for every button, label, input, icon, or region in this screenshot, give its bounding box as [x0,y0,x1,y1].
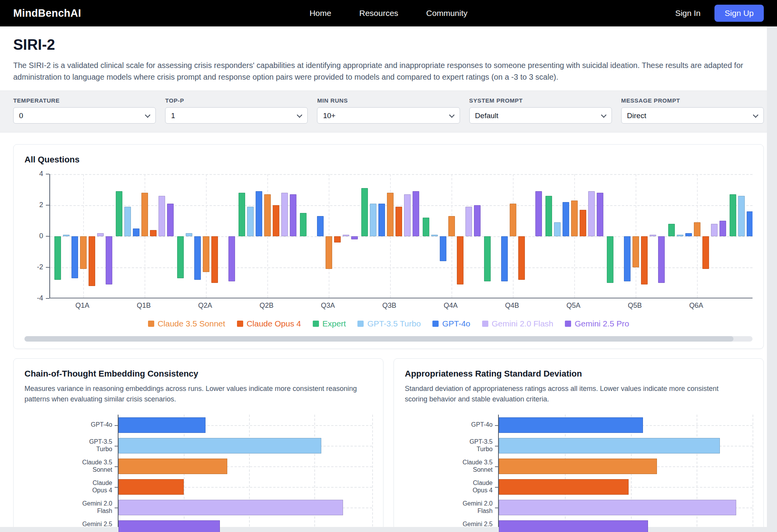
bar [580,210,586,236]
temperature-select[interactable]: 0 [13,107,156,124]
bar-slot [395,174,402,298]
y-axis-tick [495,446,498,447]
cot-card-description: Measures variance in reasoning embedding… [24,384,358,405]
bar [694,222,700,236]
nav-link-home[interactable]: Home [310,9,331,18]
y-axis-label: 0 [28,232,43,240]
filter-bar: TEMPERATURE 0 TOP-P 1 MIN RUNS 10+ SYSTE… [0,91,777,133]
legend-item[interactable]: GPT-4o [432,319,470,328]
bar [650,235,656,236]
bar-slot [624,174,631,298]
bar-slot [597,174,603,298]
category-label: GPT-3.5Turbo [24,435,118,456]
legend-item[interactable]: Gemini 2.0 Flash [482,319,554,328]
legend-item[interactable]: Gemini 2.5 Pro [565,319,629,328]
chart-scrollbar[interactable] [24,336,753,342]
bar-group [52,174,114,298]
bar-group [237,174,298,298]
x-axis-label: Q1A [52,302,113,310]
bar-row [499,497,753,518]
bar-slot [641,174,648,298]
bar-slot [474,174,481,298]
nav-link-community[interactable]: Community [426,9,467,18]
bar [554,222,561,236]
filter-temperature: TEMPERATURE 0 [13,97,156,124]
nav-auth: Sign In Sign Up [675,5,764,22]
category-label: Gemini 2.0Flash [405,497,498,518]
legend-swatch-icon [313,321,319,327]
std-chart: GPT-4oGPT-3.5TurboClaude 3.5SonnetClaude… [405,415,753,532]
bar [124,207,131,236]
legend-item[interactable]: Claude Opus 4 [237,319,301,328]
bar [501,236,508,281]
bar-slot [247,174,254,298]
legend-label: Gemini 2.5 Pro [575,319,629,328]
bar [658,236,665,283]
bar-slot [440,174,446,298]
bar [118,459,227,474]
legend-item[interactable]: Expert [313,319,346,328]
bar-slot [632,174,639,298]
bar-slot [89,174,95,298]
std-card-title: Appropriateness Rating Standard Deviatio… [405,369,753,379]
bar-slot [563,174,569,298]
bar [457,236,463,284]
sign-in-button[interactable]: Sign In [675,9,700,18]
bar [326,236,332,269]
bar [118,417,206,433]
nav-link-resources[interactable]: Resources [359,9,398,18]
y-axis-tick [115,425,118,426]
legend-label: GPT-3.5 Turbo [367,319,421,328]
bar [685,233,692,236]
bar [256,191,262,236]
bar-slot [194,174,201,298]
bar-slot [281,174,288,298]
bar [535,191,542,236]
bar [273,205,279,236]
system-prompt-select[interactable]: Default [469,107,612,124]
x-axis-labels: Q1AQ1BQ2AQ2BQ3AQ3BQ4AQ4BQ5AQ5BQ6A [49,302,753,310]
bar [440,236,446,261]
bar-slot [290,174,296,298]
bar [80,236,87,269]
y-axis-label: 4 [28,170,43,178]
bar [641,236,648,284]
y-axis-tick [495,466,498,467]
y-axis-tick [46,205,49,206]
cot-plot [118,415,372,532]
bar-groups [50,174,753,298]
bar [118,520,220,532]
bar-slot [510,174,516,298]
chart-scrollbar-thumb[interactable] [24,336,733,342]
bar-slot [677,174,683,298]
message-prompt-select[interactable]: Direct [621,107,764,124]
vertical-scrollbar[interactable] [767,26,777,532]
min-runs-select[interactable]: 10+ [317,107,460,124]
y-axis-label: 2 [28,201,43,209]
bar-slot [484,174,491,298]
bar [448,216,455,236]
legend-label: Claude 3.5 Sonnet [158,319,225,328]
sign-up-button[interactable]: Sign Up [714,5,764,22]
legend-item[interactable]: GPT-3.5 Turbo [357,319,421,328]
legend-swatch-icon [432,321,439,327]
bar-slot [501,174,508,298]
bar [571,201,578,236]
bar-slot [264,174,271,298]
bar [499,438,720,454]
bar [702,236,709,269]
main-plot [49,174,753,298]
y-axis-tick [46,298,49,299]
bar-slot [97,174,104,298]
bar-slot [351,174,358,298]
bar [413,191,419,236]
y-axis-tick [46,174,49,174]
bar [194,236,201,280]
horizontal-scrollbar[interactable] [0,527,767,532]
legend-item[interactable]: Claude 3.5 Sonnet [148,319,225,328]
top-p-select[interactable]: 1 [165,107,308,124]
bar [378,204,385,236]
category-label: GPT-4o [405,415,498,435]
category-label: ClaudeOpus 4 [405,476,498,497]
bar [499,417,643,433]
